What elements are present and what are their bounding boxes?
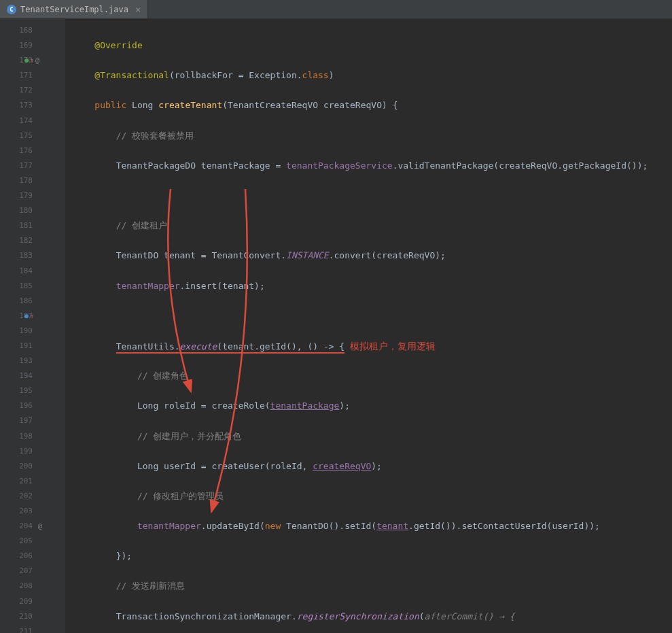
line-number[interactable]: 168 bbox=[0, 23, 65, 38]
line-number[interactable]: 174 bbox=[0, 114, 65, 129]
line-number[interactable]: 172 bbox=[0, 83, 65, 98]
line-number[interactable]: 208 bbox=[0, 579, 65, 594]
line-number[interactable]: 187●↑ bbox=[0, 309, 65, 324]
override-icon[interactable]: ●↑ @ bbox=[24, 53, 39, 68]
line-number[interactable]: 169 bbox=[0, 38, 65, 53]
line-number[interactable]: 183 bbox=[0, 248, 65, 263]
line-number[interactable]: 175 bbox=[0, 129, 65, 143]
line-number[interactable]: 179 bbox=[0, 188, 65, 203]
file-tab[interactable]: C TenantServiceImpl.java × bbox=[0, 0, 148, 18]
line-number[interactable]: 206 bbox=[0, 549, 65, 564]
line-number[interactable]: 204@ bbox=[0, 519, 65, 534]
tab-bar: C TenantServiceImpl.java × bbox=[0, 0, 672, 19]
line-number[interactable]: 201 bbox=[0, 474, 65, 489]
line-number[interactable]: 173 bbox=[0, 98, 65, 113]
line-number[interactable]: 196 bbox=[0, 398, 65, 413]
line-number[interactable]: 185 bbox=[0, 279, 65, 294]
line-number[interactable]: 209 bbox=[0, 594, 65, 609]
gutter: 168 169 170●↑ @ 171 172 173 174 175 176 … bbox=[0, 19, 65, 633]
editor: 168 169 170●↑ @ 171 172 173 174 175 176 … bbox=[0, 19, 672, 633]
line-number[interactable]: 198 bbox=[0, 429, 65, 444]
line-number[interactable]: 202 bbox=[0, 489, 65, 504]
line-number[interactable]: 191 bbox=[0, 339, 65, 354]
line-number[interactable]: 211 bbox=[0, 624, 65, 633]
line-number[interactable]: 193 bbox=[0, 354, 65, 369]
code-area[interactable]: @Override @Transactional(rollbackFor = E… bbox=[65, 19, 672, 633]
line-number[interactable]: 184 bbox=[0, 264, 65, 279]
line-number[interactable]: 203 bbox=[0, 504, 65, 519]
line-number[interactable]: 205 bbox=[0, 534, 65, 549]
line-number[interactable]: 177 bbox=[0, 158, 65, 173]
line-number[interactable]: 186 bbox=[0, 294, 65, 309]
line-number[interactable]: 182 bbox=[0, 233, 65, 248]
annotation-text: 模拟租户，复用逻辑 bbox=[350, 341, 436, 352]
line-number[interactable]: 190 bbox=[0, 324, 65, 339]
line-number[interactable]: 195 bbox=[0, 383, 65, 398]
line-number[interactable]: 181 bbox=[0, 218, 65, 233]
line-number[interactable]: 171 bbox=[0, 68, 65, 83]
line-number[interactable]: 210 bbox=[0, 609, 65, 624]
line-number[interactable]: 180 bbox=[0, 203, 65, 218]
line-number[interactable]: 200 bbox=[0, 459, 65, 474]
impl-icon[interactable]: ●↑ bbox=[24, 309, 34, 324]
close-icon[interactable]: × bbox=[135, 4, 141, 15]
line-number[interactable]: 197 bbox=[0, 413, 65, 428]
line-number[interactable]: 199 bbox=[0, 444, 65, 459]
tab-label: TenantServiceImpl.java bbox=[20, 5, 128, 14]
at-icon[interactable]: @ bbox=[24, 519, 42, 534]
line-number[interactable]: 194 bbox=[0, 369, 65, 383]
line-number[interactable]: 170●↑ @ bbox=[0, 53, 65, 68]
line-number[interactable]: 207 bbox=[0, 564, 65, 579]
line-number[interactable]: 178 bbox=[0, 173, 65, 188]
line-number[interactable]: 176 bbox=[0, 143, 65, 158]
class-icon: C bbox=[7, 5, 16, 14]
